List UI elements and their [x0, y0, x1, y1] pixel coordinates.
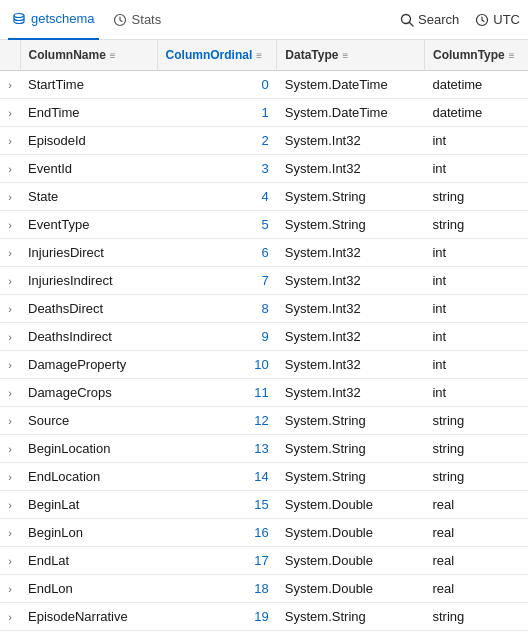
cell-coltype: real [424, 547, 528, 575]
cell-coltype: datetime [424, 71, 528, 99]
cell-column-ordinal: 17 [157, 547, 277, 575]
cell-column-name: EventId [20, 155, 157, 183]
table-row: ›State4System.Stringstring [0, 183, 528, 211]
cell-column-name: DeathsIndirect [20, 323, 157, 351]
cell-coltype: string [424, 463, 528, 491]
table-row: ›BeginLat15System.Doublereal [0, 491, 528, 519]
filter-icon-coltype[interactable]: ≡ [509, 50, 515, 61]
cell-column-name: DamageCrops [20, 379, 157, 407]
header-expand [0, 40, 20, 71]
row-expand[interactable]: › [0, 435, 20, 463]
table-row: ›BeginLocation13System.Stringstring [0, 435, 528, 463]
row-expand[interactable]: › [0, 603, 20, 631]
cell-datatype: System.Double [277, 547, 425, 575]
filter-icon-datatype[interactable]: ≡ [342, 50, 348, 61]
row-expand[interactable]: › [0, 127, 20, 155]
table-row: ›EndTime1System.DateTimedatetime [0, 99, 528, 127]
table-row: ›DeathsIndirect9System.Int32int [0, 323, 528, 351]
table-row: ›DamageCrops11System.Int32int [0, 379, 528, 407]
row-expand[interactable]: › [0, 239, 20, 267]
row-expand[interactable]: › [0, 295, 20, 323]
cell-coltype: int [424, 323, 528, 351]
clock-icon [475, 13, 489, 27]
row-expand[interactable]: › [0, 491, 20, 519]
cell-column-ordinal: 12 [157, 407, 277, 435]
header-coltype: ColumnType ≡ [424, 40, 528, 71]
cell-coltype: real [424, 519, 528, 547]
cell-column-ordinal: 6 [157, 239, 277, 267]
cell-datatype: System.Int32 [277, 351, 425, 379]
table-row: ›InjuriesIndirect7System.Int32int [0, 267, 528, 295]
cell-column-ordinal: 19 [157, 603, 277, 631]
cell-column-ordinal: 15 [157, 491, 277, 519]
table-row: ›DamageProperty10System.Int32int [0, 351, 528, 379]
cell-coltype: string [424, 435, 528, 463]
tab-stats[interactable]: Stats [105, 0, 170, 40]
table-row: ›EndLat17System.Doublereal [0, 547, 528, 575]
cell-column-name: InjuriesIndirect [20, 267, 157, 295]
row-expand[interactable]: › [0, 211, 20, 239]
table-container: ColumnName ≡ ColumnOrdinal ≡ DataType ≡ [0, 40, 528, 640]
search-button[interactable]: Search [400, 12, 459, 27]
cell-datatype: System.Double [277, 575, 425, 603]
row-expand[interactable]: › [0, 99, 20, 127]
cell-coltype: int [424, 239, 528, 267]
cell-column-ordinal: 14 [157, 463, 277, 491]
cell-datatype: System.String [277, 211, 425, 239]
cell-datatype: System.Int32 [277, 267, 425, 295]
cell-datatype: System.Int32 [277, 239, 425, 267]
table-row: ›BeginLon16System.Doublereal [0, 519, 528, 547]
search-label: Search [418, 12, 459, 27]
cell-coltype: string [424, 407, 528, 435]
cell-column-name: EventType [20, 211, 157, 239]
cell-column-name: InjuriesDirect [20, 239, 157, 267]
row-expand[interactable]: › [0, 519, 20, 547]
cell-coltype: int [424, 127, 528, 155]
cell-column-ordinal: 7 [157, 267, 277, 295]
table-row: ›EventType5System.Stringstring [0, 211, 528, 239]
row-expand[interactable]: › [0, 71, 20, 99]
row-expand[interactable]: › [0, 323, 20, 351]
cell-coltype: int [424, 267, 528, 295]
table-row: ›DeathsDirect8System.Int32int [0, 295, 528, 323]
svg-line-3 [410, 22, 414, 26]
cell-coltype: int [424, 379, 528, 407]
header-column-ordinal: ColumnOrdinal ≡ [157, 40, 277, 71]
table-row: ›EndLocation14System.Stringstring [0, 463, 528, 491]
utc-button[interactable]: UTC [475, 12, 520, 27]
cell-column-ordinal: 20 [157, 631, 277, 641]
utc-label: UTC [493, 12, 520, 27]
cell-datatype: System.String [277, 407, 425, 435]
cell-datatype: System.Double [277, 491, 425, 519]
cell-datatype: System.String [277, 183, 425, 211]
tab-getschema[interactable]: getschema [8, 0, 99, 40]
cell-column-name: BeginLon [20, 519, 157, 547]
row-expand[interactable]: › [0, 547, 20, 575]
table-body: ›StartTime0System.DateTimedatetime›EndTi… [0, 71, 528, 641]
row-expand[interactable]: › [0, 155, 20, 183]
row-expand[interactable]: › [0, 379, 20, 407]
row-expand[interactable]: › [0, 463, 20, 491]
row-expand[interactable]: › [0, 631, 20, 641]
table-row: ›Source12System.Stringstring [0, 407, 528, 435]
cell-column-ordinal: 16 [157, 519, 277, 547]
cell-column-name: EndTime [20, 99, 157, 127]
row-expand[interactable]: › [0, 407, 20, 435]
filter-icon-ordinal[interactable]: ≡ [256, 50, 262, 61]
cell-column-ordinal: 10 [157, 351, 277, 379]
cell-datatype: System.Int32 [277, 295, 425, 323]
row-expand[interactable]: › [0, 183, 20, 211]
table-row: ›EndLon18System.Doublereal [0, 575, 528, 603]
cell-datatype: System.String [277, 435, 425, 463]
cell-coltype: real [424, 575, 528, 603]
filter-icon-name[interactable]: ≡ [110, 50, 116, 61]
row-expand[interactable]: › [0, 575, 20, 603]
cell-coltype: int [424, 295, 528, 323]
row-expand[interactable]: › [0, 267, 20, 295]
tab-stats-label: Stats [132, 12, 162, 27]
tab-getschema-label: getschema [31, 11, 95, 26]
row-expand[interactable]: › [0, 351, 20, 379]
cell-coltype: datetime [424, 99, 528, 127]
database-icon [12, 12, 26, 26]
cell-coltype: string [424, 183, 528, 211]
